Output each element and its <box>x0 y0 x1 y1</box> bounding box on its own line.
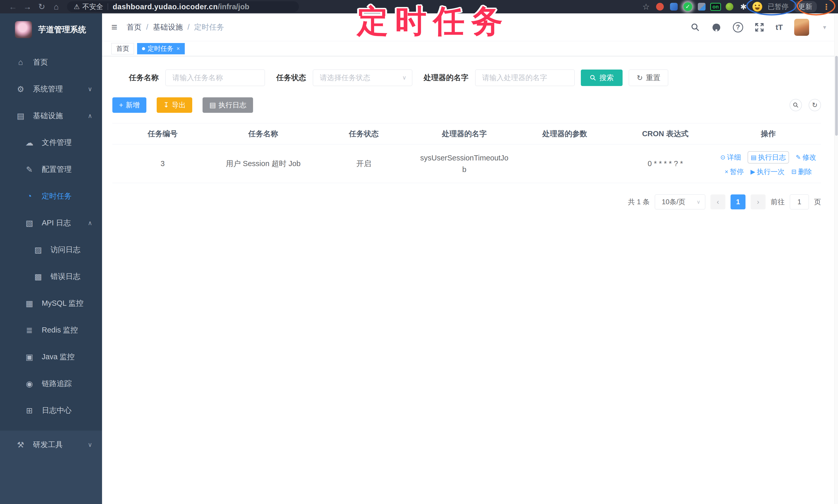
browser-reload-icon[interactable]: ↻ <box>35 2 49 12</box>
not-secure-label: 不安全 <box>82 2 103 11</box>
next-page-button[interactable]: › <box>751 195 766 210</box>
jobs-table: 任务编号 任务名称 任务状态 处理器的名字 处理器的参数 CRON 表达式 操作… <box>112 123 821 183</box>
breadcrumb-infrastructure[interactable]: 基础设施 <box>153 22 183 33</box>
row-execution-log-link[interactable]: ▤ 执行日志 <box>748 151 789 164</box>
app-logo-row[interactable]: 芋道管理系统 <box>0 13 102 45</box>
sidebar-item-infrastructure[interactable]: ▤ 基础设施 ∧ <box>0 103 102 129</box>
sidebar-item-api-logs[interactable]: ▧ API 日志 ∧ <box>0 210 102 236</box>
reset-button[interactable]: ↻ 重置 <box>629 70 668 86</box>
trash-icon: ⊟ <box>791 168 797 175</box>
detail-link[interactable]: ⊙ 详细 <box>720 153 741 162</box>
extension-icon-green-check[interactable]: ✓ <box>683 2 693 12</box>
cell-cron: 0 * * * * ? * <box>615 144 716 183</box>
sidebar-item-label: 基础设施 <box>33 111 63 121</box>
reset-button-label: 重置 <box>646 73 660 83</box>
browser-home-icon[interactable]: ⌂ <box>49 2 64 12</box>
extension-icon-blue[interactable] <box>669 2 679 12</box>
sidebar-item-config-mgmt[interactable]: ✎ 配置管理 <box>0 156 102 183</box>
breadcrumb-home[interactable]: 首页 <box>126 22 141 33</box>
search-button[interactable]: 搜索 <box>581 70 623 86</box>
log-icon: ▤ <box>751 154 756 161</box>
sidebar-item-system-mgmt[interactable]: ⚙ 系统管理 ∨ <box>0 76 102 103</box>
address-bar[interactable]: ⚠ 不安全 dashboard.yudao.iocoder.cn /infra/… <box>67 1 299 12</box>
sidebar-item-access-logs[interactable]: ▨ 访问日志 <box>0 236 102 263</box>
sidebar-item-label: 研发工具 <box>33 439 63 450</box>
page-number-1[interactable]: 1 <box>731 195 746 210</box>
active-tab-dot <box>142 47 145 50</box>
github-icon[interactable] <box>711 22 721 33</box>
table-row: 3 用户 Session 超时 Job 开启 sysUserSessionTim… <box>112 144 821 183</box>
delete-link[interactable]: ⊟ 删除 <box>791 167 812 176</box>
avatar-caret-icon[interactable]: ▾ <box>823 24 826 31</box>
col-handler-param: 处理器的参数 <box>514 123 615 144</box>
pagination: 共 1 条 10条/页 ∨ ‹ 1 › 前往 页 <box>112 195 821 210</box>
eye-icon: ◉ <box>24 379 35 389</box>
extension-icon-green-leaf[interactable] <box>724 2 735 12</box>
gear-icon: ⚙ <box>15 85 26 94</box>
search-toggle-button[interactable] <box>789 99 802 111</box>
fullscreen-icon[interactable] <box>754 22 764 32</box>
reset-icon: ↻ <box>637 74 643 82</box>
cloud-upload-icon: ☁ <box>24 138 35 148</box>
bookmark-star-icon[interactable]: ☆ <box>641 2 651 12</box>
sidebar-item-dev-tools[interactable]: ⚒ 研发工具 ∨ <box>0 431 102 459</box>
chevron-down-icon: ∨ <box>697 199 700 205</box>
page-scrollbar[interactable] <box>834 13 838 504</box>
java-icon: ▣ <box>24 352 35 362</box>
sidebar-item-file-mgmt[interactable]: ☁ 文件管理 <box>0 129 102 156</box>
tab-home[interactable]: 首页 <box>111 43 134 54</box>
error-log-icon: ▩ <box>33 272 44 282</box>
cell-handler-name: sysUserSessionTimeoutJob <box>414 144 514 183</box>
sidebar-item-error-logs[interactable]: ▩ 错误日志 <box>0 263 102 290</box>
search-icon <box>793 102 799 108</box>
table-toolbar: + 新增 ↧ 导出 ▤ 执行日志 ↻ <box>112 97 821 113</box>
extension-icon-red[interactable] <box>655 2 665 12</box>
page-size-select[interactable]: 10条/页 ∨ <box>655 195 705 210</box>
user-avatar[interactable] <box>794 19 809 36</box>
sidebar-item-home[interactable]: ⌂ 首页 <box>0 49 102 76</box>
tools-icon: ⚒ <box>15 440 26 450</box>
refresh-button[interactable]: ↻ <box>809 99 821 111</box>
extension-icon-on-badge[interactable]: on <box>711 2 721 12</box>
tab-close-icon[interactable]: × <box>176 45 180 52</box>
task-name-input[interactable] <box>165 70 265 86</box>
sidebar-item-scheduled-tasks[interactable]: ◔ 定时任务 <box>0 183 102 210</box>
execution-log-button[interactable]: ▤ 执行日志 <box>203 97 253 113</box>
on-badge: on <box>710 3 721 11</box>
tab-scheduled-tasks[interactable]: 定时任务 × <box>137 43 185 54</box>
annotation-title: 定时任务 <box>357 1 509 43</box>
extension-icon-grid[interactable] <box>697 2 707 12</box>
handler-name-input[interactable] <box>475 70 575 86</box>
browser-forward-icon[interactable]: → <box>20 2 35 12</box>
redis-icon: ≣ <box>24 325 35 335</box>
sidebar-item-log-center[interactable]: ⊞ 日志中心 <box>0 397 102 424</box>
sidebar-item-label: 访问日志 <box>51 245 81 255</box>
run-once-link[interactable]: ▶ 执行一次 <box>750 167 784 176</box>
page-unit-label: 页 <box>814 197 821 206</box>
add-button[interactable]: + 新增 <box>112 97 146 113</box>
tabs-bar: 首页 定时任务 × <box>102 41 838 56</box>
task-status-select[interactable]: 请选择任务状态 ∨ <box>313 70 412 86</box>
sidebar-item-redis-monitor[interactable]: ≣ Redis 监控 <box>0 317 102 344</box>
chevron-up-icon: ∧ <box>88 112 92 120</box>
sidebar-item-mysql-monitor[interactable]: ▦ MySQL 监控 <box>0 290 102 317</box>
col-handler-name: 处理器的名字 <box>414 123 514 144</box>
handler-name-label: 处理器的名字 <box>424 73 469 83</box>
edit-link[interactable]: ✎ 修改 <box>796 153 816 162</box>
prev-page-button[interactable]: ‹ <box>711 195 726 210</box>
sidebar-item-tracing[interactable]: ◉ 链路追踪 <box>0 370 102 397</box>
page-size-value: 10条/页 <box>662 197 685 206</box>
breadcrumb-current: 定时任务 <box>194 22 224 33</box>
browser-back-icon[interactable]: ← <box>6 2 20 12</box>
sidebar-collapse-icon[interactable]: ≡ <box>111 21 117 33</box>
goto-page-input[interactable] <box>790 195 809 210</box>
sidebar-item-java-monitor[interactable]: ▣ Java 监控 <box>0 344 102 370</box>
pause-link[interactable]: × 暂停 <box>724 167 744 176</box>
export-button[interactable]: ↧ 导出 <box>157 97 192 113</box>
help-icon[interactable]: ? <box>733 22 743 33</box>
breadcrumb-separator: / <box>187 23 189 32</box>
header-search-icon[interactable] <box>691 23 700 32</box>
chevron-down-icon: ∨ <box>88 441 92 448</box>
font-size-icon[interactable]: tT <box>775 23 783 32</box>
scrollbar-thumb[interactable] <box>835 56 838 136</box>
